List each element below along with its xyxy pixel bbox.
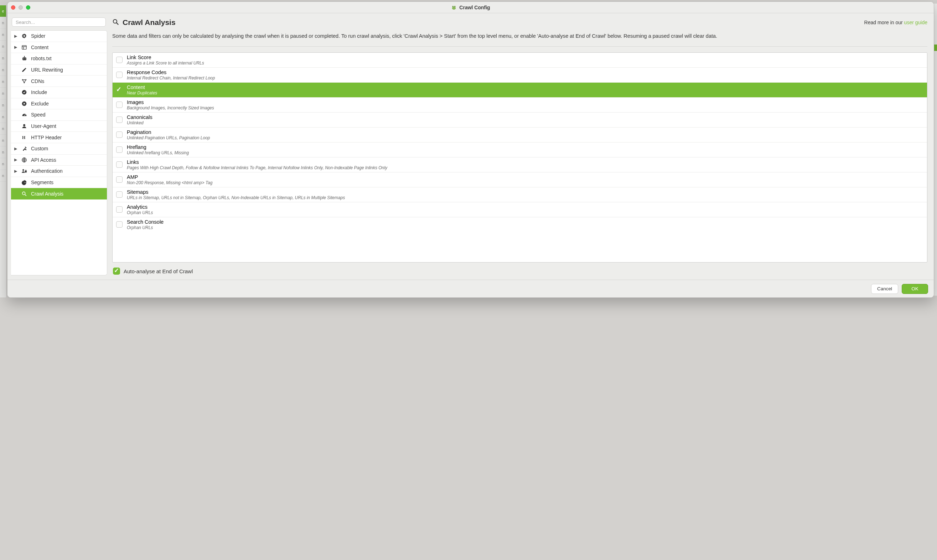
- svg-point-14: [25, 79, 26, 80]
- user-icon: [21, 123, 28, 129]
- ok-button[interactable]: OK: [902, 284, 928, 294]
- analysis-item-response-codes[interactable]: Response CodesInternal Redirect Chain, I…: [112, 68, 927, 83]
- minimize-button[interactable]: [18, 5, 23, 9]
- analysis-item-hreflang[interactable]: HreflangUnlinked hreflang URLs, Missing: [112, 143, 927, 157]
- analysis-item-label: Content: [127, 85, 157, 90]
- auto-analyse-row[interactable]: Auto-analyse at End of Crawl: [113, 268, 928, 275]
- analysis-item-label: Images: [127, 99, 214, 105]
- expand-arrow-icon[interactable]: ▶: [14, 34, 17, 38]
- user-guide-link[interactable]: user guide: [904, 20, 928, 25]
- analysis-checkbox[interactable]: [116, 131, 123, 138]
- sidebar-item-label: User-Agent: [31, 123, 56, 129]
- svg-point-12: [24, 56, 25, 57]
- expand-arrow-icon[interactable]: ▶: [14, 169, 17, 174]
- analysis-item-links[interactable]: LinksPages With High Crawl Depth, Follow…: [112, 157, 927, 172]
- analysis-item-sub: Non-200 Response, Missing <html amp> Tag: [127, 180, 212, 185]
- sidebar-item-label: Authentication: [31, 168, 63, 174]
- sidebar-item-crawl-analysis[interactable]: Crawl Analysis: [11, 188, 107, 200]
- expand-arrow-icon[interactable]: ▶: [14, 146, 17, 151]
- svg-line-25: [25, 194, 26, 195]
- close-button[interactable]: [11, 5, 15, 9]
- svg-point-4: [455, 6, 455, 7]
- analysis-item-analytics[interactable]: AnalyticsOrphan URLs: [112, 202, 927, 217]
- sidebar-item-segments[interactable]: Segments: [11, 177, 107, 188]
- network-icon: [21, 78, 28, 85]
- dialog-footer: Cancel OK: [8, 280, 934, 297]
- analysis-checkbox[interactable]: [116, 221, 123, 228]
- analysis-item-sub: Orphan URLs: [127, 210, 153, 215]
- sidebar-item-user-agent[interactable]: User-Agent: [11, 121, 107, 132]
- window-controls: [11, 5, 30, 9]
- analysis-checkbox[interactable]: [116, 57, 123, 63]
- sidebar-item-custom[interactable]: ▶Custom: [11, 143, 107, 155]
- search-icon: [21, 191, 28, 197]
- svg-point-19: [23, 124, 25, 126]
- gear-icon: [21, 33, 28, 39]
- globe-icon: [21, 157, 28, 163]
- sidebar-item-authentication[interactable]: ▶Authentication: [11, 166, 107, 177]
- auto-analyse-checkbox[interactable]: [113, 268, 120, 275]
- sidebar-item-label: URL Rewriting: [31, 67, 63, 73]
- analysis-checkbox[interactable]: [116, 72, 123, 78]
- analysis-item-sub: Orphan URLs: [127, 225, 163, 230]
- search-icon: [112, 18, 119, 27]
- analysis-item-link-score[interactable]: Link ScoreAssigns a Link Score to all in…: [112, 53, 927, 68]
- svg-point-1: [454, 6, 456, 7]
- expand-arrow-icon[interactable]: ▶: [14, 157, 17, 162]
- sidebar-item-spider[interactable]: ▶Spider: [11, 31, 107, 42]
- sidebar-item-cdns[interactable]: CDNs: [11, 75, 107, 87]
- sidebar-item-speed[interactable]: Speed: [11, 109, 107, 121]
- main-panel: Crawl Analysis Read more in our user gui…: [109, 13, 934, 280]
- sidebar-item-label: Speed: [31, 112, 45, 118]
- sidebar-item-include[interactable]: Include: [11, 87, 107, 98]
- tools-icon: [21, 145, 28, 152]
- analysis-list: Link ScoreAssigns a Link Score to all in…: [112, 52, 928, 263]
- analysis-checkbox[interactable]: [116, 162, 123, 168]
- analysis-checkbox[interactable]: [116, 206, 123, 213]
- svg-point-15: [24, 82, 25, 83]
- sidebar-item-label: API Access: [31, 157, 56, 163]
- sidebar-item-content[interactable]: ▶Content: [11, 42, 107, 54]
- svg-point-13: [22, 79, 23, 80]
- edit-icon: [21, 67, 28, 73]
- analysis-checkbox[interactable]: [116, 176, 123, 183]
- analysis-checkbox[interactable]: [116, 86, 123, 93]
- analysis-checkbox[interactable]: [116, 146, 123, 153]
- expand-arrow-icon[interactable]: ▶: [14, 45, 17, 49]
- svg-line-27: [117, 22, 118, 24]
- search-input[interactable]: [12, 17, 106, 27]
- sidebar-item-label: Custom: [31, 146, 48, 151]
- background-right-strip: [934, 3, 937, 296]
- analysis-item-sub: Background Images, Incorrectly Sized Ima…: [127, 105, 214, 111]
- svg-point-10: [25, 58, 25, 59]
- svg-point-2: [452, 7, 456, 9]
- analysis-item-amp[interactable]: AMPNon-200 Response, Missing <html amp> …: [112, 172, 927, 188]
- analysis-checkbox[interactable]: [116, 102, 123, 108]
- analysis-item-canonicals[interactable]: CanonicalsUnlinked: [112, 112, 927, 128]
- analysis-item-sub: Pages With High Crawl Depth, Follow & No…: [127, 165, 387, 170]
- analysis-item-label: Search Console: [127, 219, 163, 225]
- analysis-item-pagination[interactable]: PaginationUnlinked Pagination URLs, Pagi…: [112, 128, 927, 143]
- sidebar-item-label: Crawl Analysis: [31, 191, 63, 197]
- sidebar-item-label: Content: [31, 45, 48, 50]
- pie-icon: [21, 179, 28, 186]
- sidebar-item-exclude[interactable]: Exclude: [11, 98, 107, 110]
- sidebar-item-url-rewriting[interactable]: URL Rewriting: [11, 65, 107, 76]
- analysis-checkbox[interactable]: [116, 117, 123, 123]
- zoom-button[interactable]: [26, 5, 30, 9]
- sidebar-item-robots-txt[interactable]: robots.txt: [11, 53, 107, 65]
- analysis-item-content[interactable]: ContentNear Duplicates: [112, 83, 927, 98]
- analysis-item-label: Response Codes: [127, 69, 215, 75]
- cancel-button[interactable]: Cancel: [871, 284, 898, 294]
- sidebar-item-http-header[interactable]: HHTTP Header: [11, 132, 107, 143]
- analysis-item-sub: Near Duplicates: [127, 91, 157, 95]
- analysis-item-sub: Unlinked: [127, 120, 152, 125]
- sidebar-item-api-access[interactable]: ▶API Access: [11, 155, 107, 166]
- titlebar: Crawl Config: [8, 2, 934, 13]
- analysis-item-search-console[interactable]: Search ConsoleOrphan URLs: [112, 217, 927, 232]
- analysis-item-images[interactable]: ImagesBackground Images, Incorrectly Siz…: [112, 98, 927, 112]
- analysis-checkbox[interactable]: [116, 191, 123, 198]
- analysis-item-sitemaps[interactable]: SitemapsURLs in Sitemap, URLs not in Sit…: [112, 188, 927, 202]
- analysis-item-sub: Unlinked hreflang URLs, Missing: [127, 150, 189, 155]
- analysis-item-label: Link Score: [127, 54, 204, 60]
